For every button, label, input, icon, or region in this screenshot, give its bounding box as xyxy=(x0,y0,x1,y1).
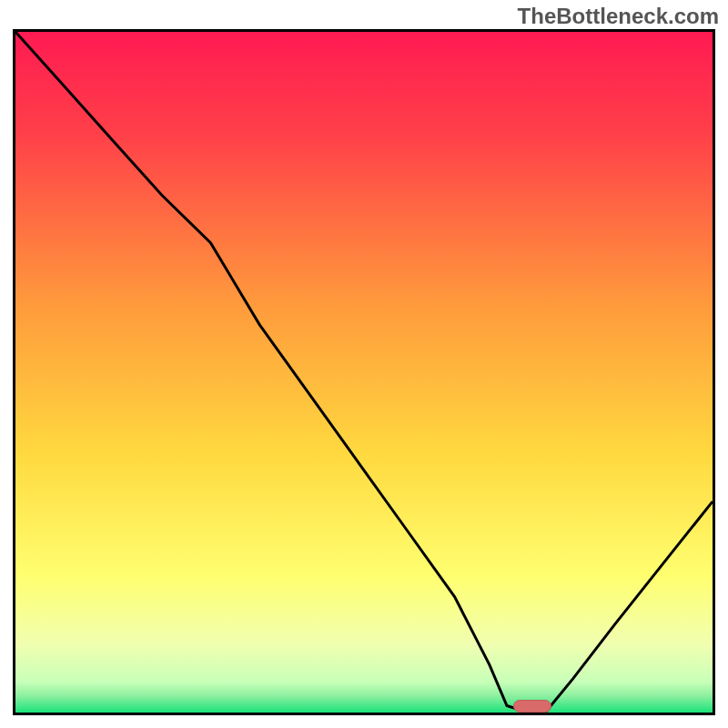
optimal-marker xyxy=(513,700,551,713)
plot-frame xyxy=(13,29,715,715)
chart-container: TheBottleneck.com xyxy=(0,0,728,728)
curve-layer xyxy=(15,32,713,713)
watermark-text: TheBottleneck.com xyxy=(518,4,719,29)
bottleneck-curve xyxy=(15,32,713,713)
